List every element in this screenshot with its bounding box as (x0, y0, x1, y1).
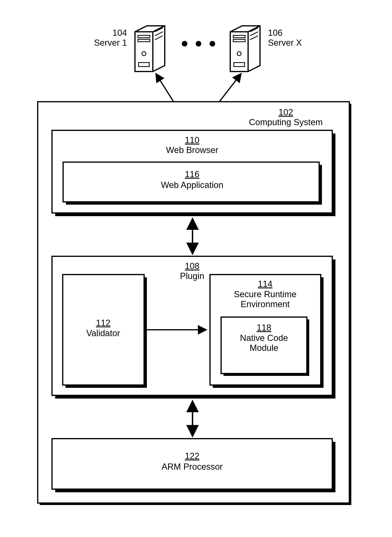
plugin-name: Plugin (180, 271, 204, 281)
server-1-name: Server 1 (94, 38, 127, 48)
secure-runtime-ref: 114 (258, 279, 272, 289)
server-x-ref: 106 (268, 28, 282, 38)
secure-runtime-line2: Environment (241, 299, 289, 309)
secure-runtime-line1: Secure Runtime (234, 289, 296, 299)
computing-system-ref: 102 (279, 107, 293, 117)
svg-point-14 (182, 41, 187, 47)
validator-name: Validator (86, 328, 120, 338)
web-application-ref: 116 (185, 169, 199, 179)
server-1-ref: 104 (112, 28, 127, 38)
plugin-ref: 108 (185, 261, 199, 271)
native-code-line1: Native Code (240, 333, 288, 343)
web-application-name: Web Application (161, 180, 224, 190)
svg-point-16 (210, 41, 215, 47)
computing-system-name: Computing System (249, 117, 323, 127)
web-browser-name: Web Browser (166, 145, 218, 155)
validator-ref: 112 (96, 318, 110, 328)
server-x-name: Server X (268, 38, 302, 48)
server-1-icon (135, 26, 165, 71)
server-x-icon (230, 26, 260, 71)
arm-processor-name: ARM Processor (162, 462, 223, 471)
native-code-ref: 118 (257, 323, 271, 332)
ellipsis-dots (182, 41, 215, 47)
web-browser-ref: 110 (185, 135, 199, 145)
arm-processor-ref: 122 (185, 451, 199, 461)
svg-point-15 (196, 41, 201, 47)
native-code-line2: Module (250, 343, 278, 353)
